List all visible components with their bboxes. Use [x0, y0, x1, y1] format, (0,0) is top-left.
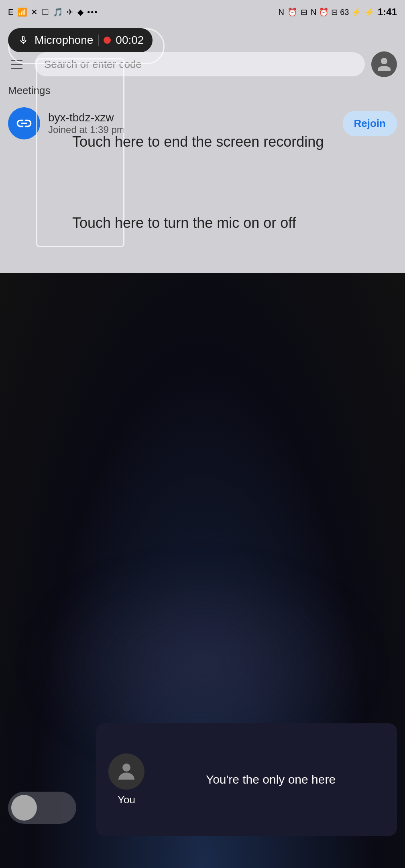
status-right-icons: N ⏰ ⊟ N ⏰ ⊟ 63 ⚡ ⚡ 1:41 [279, 6, 397, 18]
rejoin-button[interactable]: Rejoin [343, 111, 397, 136]
mic-icon [17, 34, 30, 47]
app-header: Search or enter code [0, 48, 405, 80]
recording-dot [104, 37, 111, 44]
you-avatar-container: You [108, 753, 144, 806]
alarm-icon: ⏰ [287, 7, 297, 17]
recording-pill[interactable]: Microphone 00:02 [8, 28, 153, 52]
mic-toggle-switch[interactable] [8, 792, 76, 824]
search-bar[interactable]: Search or enter code [35, 52, 365, 76]
mic-toggle-knob [11, 795, 37, 821]
user-avatar-header[interactable] [371, 51, 397, 77]
nfc-icon: N [279, 8, 284, 17]
hamburger-line-1 [11, 60, 22, 61]
meetings-label: Meetings [8, 84, 397, 97]
you-label: You [118, 794, 135, 806]
clock: 1:41 [378, 6, 397, 18]
meeting-link-icon [8, 107, 40, 139]
meetings-section: Meetings byx-tbdz-xzw Joined at 1:39 pm … [0, 84, 405, 143]
svg-point-0 [122, 764, 130, 772]
meeting-joined-time: Joined at 1:39 pm [48, 124, 335, 135]
meeting-item: byx-tbdz-xzw Joined at 1:39 pm Rejoin [8, 103, 397, 143]
microphone-label: Microphone [35, 34, 93, 47]
meeting-code: byx-tbdz-xzw [48, 111, 335, 124]
battery-level: N ⏰ ⊟ 63 ⚡ [311, 7, 361, 17]
hamburger-line-3 [11, 68, 22, 69]
hamburger-button[interactable] [8, 54, 28, 74]
you-avatar-image [108, 753, 144, 790]
search-placeholder: Search or enter code [44, 58, 142, 71]
vibrate-icon: ⊟ [301, 7, 307, 17]
recording-time: 00:02 [116, 34, 144, 47]
status-bar: E 📶 ✕ ☐ 🎵 ✈ ◆ ••• N ⏰ ⊟ N ⏰ ⊟ 63 ⚡ ⚡ 1:4… [0, 0, 405, 24]
battery-icon: ⚡ [364, 7, 374, 17]
bottom-panel: You You're the only one here [96, 723, 397, 836]
status-left-icons: E 📶 ✕ ☐ 🎵 ✈ ◆ ••• [8, 7, 98, 17]
pill-divider [98, 35, 99, 46]
meeting-info: byx-tbdz-xzw Joined at 1:39 pm [48, 111, 335, 135]
hamburger-line-2 [11, 64, 22, 65]
signal-icons: E 📶 ✕ ☐ 🎵 ✈ ◆ ••• [8, 7, 98, 17]
only-one-message: You're the only one here [157, 771, 385, 788]
